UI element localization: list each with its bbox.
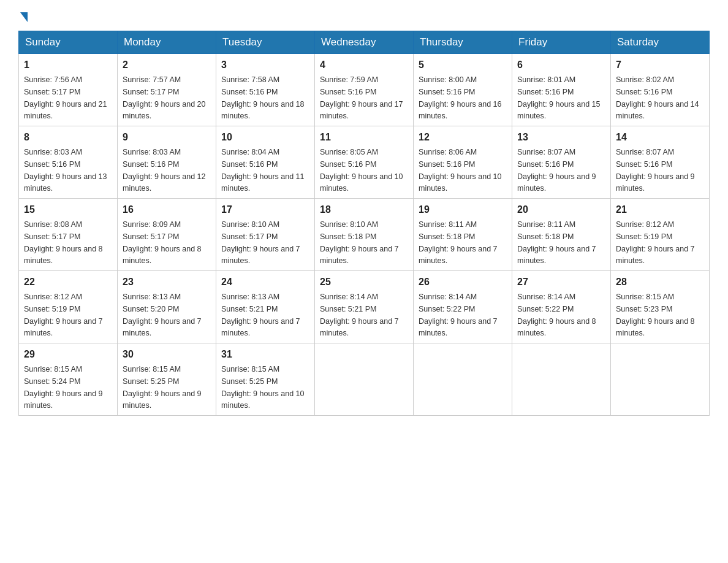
calendar-cell: 17 Sunrise: 8:10 AMSunset: 5:17 PMDaylig… (216, 199, 315, 271)
calendar-cell: 31 Sunrise: 8:15 AMSunset: 5:25 PMDaylig… (216, 343, 315, 416)
calendar-cell: 26 Sunrise: 8:14 AMSunset: 5:22 PMDaylig… (414, 271, 512, 343)
calendar-cell: 21 Sunrise: 8:12 AMSunset: 5:19 PMDaylig… (611, 199, 710, 271)
day-number: 25 (320, 275, 408, 289)
day-number: 21 (616, 202, 704, 217)
day-info: Sunrise: 8:15 AMSunset: 5:25 PMDaylight:… (123, 365, 202, 410)
calendar-cell: 13 Sunrise: 8:07 AMSunset: 5:16 PMDaylig… (512, 126, 611, 199)
calendar-header-saturday: Saturday (611, 31, 710, 54)
day-number: 17 (221, 202, 309, 217)
calendar-cell (611, 343, 710, 416)
day-number: 13 (517, 130, 605, 145)
day-info: Sunrise: 7:57 AMSunset: 5:17 PMDaylight:… (123, 75, 206, 120)
calendar-cell: 14 Sunrise: 8:07 AMSunset: 5:16 PMDaylig… (611, 126, 710, 199)
calendar-cell (414, 343, 512, 416)
calendar-cell: 23 Sunrise: 8:13 AMSunset: 5:20 PMDaylig… (118, 271, 216, 343)
day-info: Sunrise: 8:07 AMSunset: 5:16 PMDaylight:… (517, 148, 596, 193)
calendar-header-row: SundayMondayTuesdayWednesdayThursdayFrid… (19, 31, 710, 54)
calendar-cell: 4 Sunrise: 7:59 AMSunset: 5:16 PMDayligh… (315, 54, 414, 126)
page-header (18, 12, 710, 25)
day-info: Sunrise: 8:14 AMSunset: 5:21 PMDaylight:… (320, 293, 399, 337)
day-info: Sunrise: 8:08 AMSunset: 5:17 PMDaylight:… (24, 220, 103, 265)
calendar-cell: 7 Sunrise: 8:02 AMSunset: 5:16 PMDayligh… (611, 54, 710, 126)
calendar-cell: 25 Sunrise: 8:14 AMSunset: 5:21 PMDaylig… (315, 271, 414, 343)
day-number: 4 (320, 58, 408, 72)
day-info: Sunrise: 8:11 AMSunset: 5:18 PMDaylight:… (419, 220, 498, 265)
day-info: Sunrise: 8:02 AMSunset: 5:16 PMDaylight:… (616, 75, 699, 120)
day-number: 30 (123, 347, 211, 362)
calendar-cell: 22 Sunrise: 8:12 AMSunset: 5:19 PMDaylig… (19, 271, 118, 343)
day-info: Sunrise: 8:14 AMSunset: 5:22 PMDaylight:… (419, 293, 498, 337)
day-info: Sunrise: 8:11 AMSunset: 5:18 PMDaylight:… (517, 220, 596, 265)
day-info: Sunrise: 7:56 AMSunset: 5:17 PMDaylight:… (24, 75, 107, 120)
day-number: 20 (517, 202, 605, 217)
day-info: Sunrise: 8:15 AMSunset: 5:24 PMDaylight:… (24, 365, 103, 410)
calendar-header-sunday: Sunday (19, 31, 118, 54)
day-number: 28 (616, 275, 704, 289)
calendar-cell: 20 Sunrise: 8:11 AMSunset: 5:18 PMDaylig… (512, 199, 611, 271)
calendar-week-row: 1 Sunrise: 7:56 AMSunset: 5:17 PMDayligh… (19, 54, 710, 126)
day-info: Sunrise: 8:14 AMSunset: 5:22 PMDaylight:… (517, 293, 596, 337)
day-info: Sunrise: 8:15 AMSunset: 5:23 PMDaylight:… (616, 293, 695, 337)
calendar-header-tuesday: Tuesday (216, 31, 315, 54)
day-number: 5 (419, 58, 507, 72)
calendar-table: SundayMondayTuesdayWednesdayThursdayFrid… (18, 31, 710, 416)
calendar-cell: 1 Sunrise: 7:56 AMSunset: 5:17 PMDayligh… (19, 54, 118, 126)
day-number: 2 (123, 58, 211, 72)
calendar-cell: 11 Sunrise: 8:05 AMSunset: 5:16 PMDaylig… (315, 126, 414, 199)
day-info: Sunrise: 8:10 AMSunset: 5:17 PMDaylight:… (221, 220, 300, 265)
day-number: 18 (320, 202, 408, 217)
day-info: Sunrise: 8:10 AMSunset: 5:18 PMDaylight:… (320, 220, 399, 265)
day-number: 27 (517, 275, 605, 289)
calendar-cell: 6 Sunrise: 8:01 AMSunset: 5:16 PMDayligh… (512, 54, 611, 126)
calendar-cell: 19 Sunrise: 8:11 AMSunset: 5:18 PMDaylig… (414, 199, 512, 271)
day-info: Sunrise: 8:15 AMSunset: 5:25 PMDaylight:… (221, 365, 305, 410)
day-number: 11 (320, 130, 408, 145)
calendar-cell: 28 Sunrise: 8:15 AMSunset: 5:23 PMDaylig… (611, 271, 710, 343)
day-number: 14 (616, 130, 704, 145)
calendar-cell: 12 Sunrise: 8:06 AMSunset: 5:16 PMDaylig… (414, 126, 512, 199)
calendar-cell: 27 Sunrise: 8:14 AMSunset: 5:22 PMDaylig… (512, 271, 611, 343)
calendar-cell: 30 Sunrise: 8:15 AMSunset: 5:25 PMDaylig… (118, 343, 216, 416)
calendar-cell: 8 Sunrise: 8:03 AMSunset: 5:16 PMDayligh… (19, 126, 118, 199)
day-info: Sunrise: 8:00 AMSunset: 5:16 PMDaylight:… (419, 75, 502, 120)
calendar-cell: 9 Sunrise: 8:03 AMSunset: 5:16 PMDayligh… (118, 126, 216, 199)
day-info: Sunrise: 7:58 AMSunset: 5:16 PMDaylight:… (221, 75, 305, 120)
calendar-header-thursday: Thursday (414, 31, 512, 54)
calendar-cell: 10 Sunrise: 8:04 AMSunset: 5:16 PMDaylig… (216, 126, 315, 199)
calendar-header-friday: Friday (512, 31, 611, 54)
calendar-cell (512, 343, 611, 416)
day-info: Sunrise: 7:59 AMSunset: 5:16 PMDaylight:… (320, 75, 403, 120)
calendar-cell: 16 Sunrise: 8:09 AMSunset: 5:17 PMDaylig… (118, 199, 216, 271)
calendar-cell: 18 Sunrise: 8:10 AMSunset: 5:18 PMDaylig… (315, 199, 414, 271)
day-info: Sunrise: 8:07 AMSunset: 5:16 PMDaylight:… (616, 148, 695, 193)
day-info: Sunrise: 8:12 AMSunset: 5:19 PMDaylight:… (616, 220, 695, 265)
calendar-cell: 29 Sunrise: 8:15 AMSunset: 5:24 PMDaylig… (19, 343, 118, 416)
day-info: Sunrise: 8:03 AMSunset: 5:16 PMDaylight:… (24, 148, 107, 193)
calendar-cell: 2 Sunrise: 7:57 AMSunset: 5:17 PMDayligh… (118, 54, 216, 126)
logo-arrow-icon (20, 12, 28, 22)
day-info: Sunrise: 8:04 AMSunset: 5:16 PMDaylight:… (221, 148, 305, 193)
day-number: 6 (517, 58, 605, 72)
day-info: Sunrise: 8:09 AMSunset: 5:17 PMDaylight:… (123, 220, 202, 265)
calendar-cell: 5 Sunrise: 8:00 AMSunset: 5:16 PMDayligh… (414, 54, 512, 126)
day-number: 7 (616, 58, 704, 72)
day-number: 10 (221, 130, 309, 145)
day-number: 16 (123, 202, 211, 217)
calendar-week-row: 8 Sunrise: 8:03 AMSunset: 5:16 PMDayligh… (19, 126, 710, 199)
calendar-header-wednesday: Wednesday (315, 31, 414, 54)
day-number: 9 (123, 130, 211, 145)
day-info: Sunrise: 8:01 AMSunset: 5:16 PMDaylight:… (517, 75, 601, 120)
day-info: Sunrise: 8:03 AMSunset: 5:16 PMDaylight:… (123, 148, 206, 193)
day-number: 1 (24, 58, 112, 72)
day-info: Sunrise: 8:13 AMSunset: 5:20 PMDaylight:… (123, 293, 202, 337)
calendar-header-monday: Monday (118, 31, 216, 54)
day-number: 8 (24, 130, 112, 145)
day-number: 23 (123, 275, 211, 289)
calendar-cell (315, 343, 414, 416)
calendar-cell: 15 Sunrise: 8:08 AMSunset: 5:17 PMDaylig… (19, 199, 118, 271)
calendar-week-row: 29 Sunrise: 8:15 AMSunset: 5:24 PMDaylig… (19, 343, 710, 416)
logo (18, 12, 28, 25)
calendar-cell: 24 Sunrise: 8:13 AMSunset: 5:21 PMDaylig… (216, 271, 315, 343)
day-info: Sunrise: 8:12 AMSunset: 5:19 PMDaylight:… (24, 293, 103, 337)
day-info: Sunrise: 8:13 AMSunset: 5:21 PMDaylight:… (221, 293, 300, 337)
